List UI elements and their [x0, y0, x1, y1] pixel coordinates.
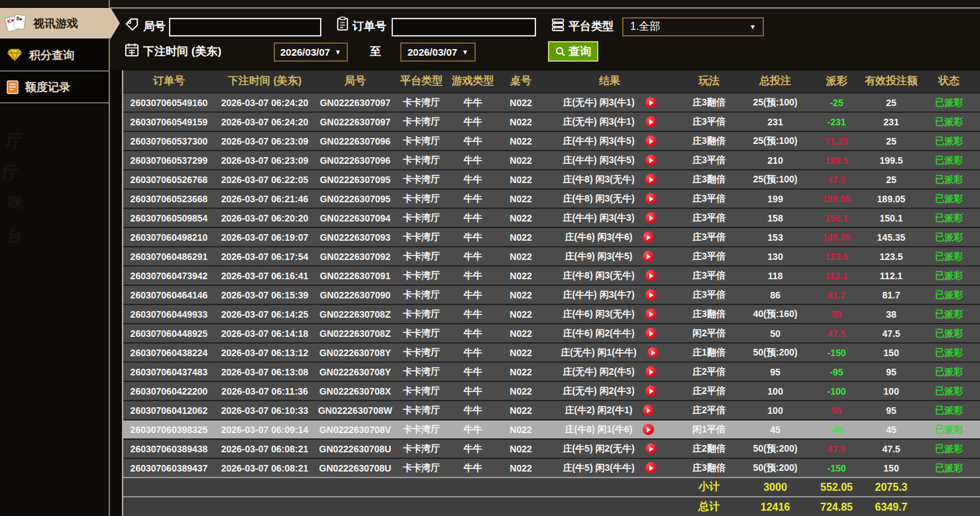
clipboard-icon [335, 17, 350, 31]
record-row[interactable]: 260307060437483 2026-03-07 06:13:08 GN02… [123, 362, 980, 381]
chevron-down-icon: ▼ [462, 48, 468, 56]
cell-payout: -150 [808, 458, 865, 478]
bet-time-label: 下注时间 (美东) [143, 44, 221, 59]
record-row[interactable]: 260307060523668 2026-03-07 06:21:46 GN02… [123, 189, 980, 208]
record-row[interactable]: 260307060486291 2026-03-07 06:17:54 GN02… [123, 247, 980, 266]
cell-order-number: 260307060523668 [123, 189, 215, 208]
record-row[interactable]: 260307060464146 2026-03-07 06:15:39 GN02… [123, 285, 980, 304]
platform-type-label: 平台类型 [569, 19, 614, 34]
col-header-platform: 平台类型 [396, 70, 447, 93]
cell-total-bet: 50(预:200) [742, 458, 808, 478]
sidebar-item-label: 积分查询 [29, 48, 74, 63]
play-video-icon[interactable] [645, 328, 657, 339]
cell-order-number: 260307060422200 [123, 381, 215, 401]
cell-valid-bet: 38 [865, 304, 918, 324]
play-video-icon[interactable] [645, 212, 657, 224]
cell-play-method: 庄3翻倍 [676, 304, 742, 324]
record-row[interactable]: 260307060526768 2026-03-07 06:22:05 GN02… [123, 170, 980, 189]
play-video-icon[interactable] [645, 135, 657, 147]
record-row[interactable]: 260307060389437 2026-03-07 06:08:21 GN02… [123, 458, 980, 478]
cell-payout: -95 [808, 362, 865, 381]
record-row[interactable]: 260307060422200 2026-03-07 06:11:36 GN02… [123, 381, 980, 401]
play-video-icon[interactable] [643, 231, 654, 243]
result-text: 庄(牛8) 闲1(牛6) [565, 424, 633, 436]
col-header-play: 玩法 [676, 70, 742, 93]
cell-payout: -45 [808, 420, 865, 439]
result-text: 庄(牛5) 闲2(无牛) [563, 443, 634, 455]
sidebar-item-points-query[interactable]: 积分查询 [0, 40, 110, 70]
cell-bet-time: 2026-03-07 06:15:39 [215, 285, 315, 304]
play-video-icon[interactable] [645, 443, 657, 454]
record-row[interactable]: 260307060498210 2026-03-07 06:19:07 GN02… [123, 227, 980, 247]
query-button[interactable]: 查询 [548, 41, 598, 62]
play-video-icon[interactable] [645, 385, 657, 397]
cell-valid-bet: 25 [865, 170, 918, 189]
date-to-picker[interactable]: 2026/03/07 ▼ [400, 42, 476, 62]
order-number-input[interactable] [392, 18, 536, 36]
record-row[interactable]: 260307060438224 2026-03-07 06:13:12 GN02… [123, 343, 980, 362]
cell-game-type: 牛牛 [447, 458, 498, 478]
cell-platform: 卡卡湾厅 [396, 439, 447, 458]
sidebar-item-quota-records[interactable]: 额度记录 [0, 72, 110, 102]
cell-total-bet: 25(预:100) [742, 131, 808, 151]
play-video-icon[interactable] [645, 193, 657, 204]
record-row[interactable]: 260307060389438 2026-03-07 06:08:21 GN02… [123, 439, 980, 458]
record-row[interactable]: 260307060537299 2026-03-07 06:23:09 GN02… [123, 151, 980, 170]
record-row[interactable]: 260307060449933 2026-03-07 06:14:25 GN02… [123, 304, 980, 324]
sidebar-item-video-games[interactable]: K♥ 9♠ 视讯游戏 [0, 8, 120, 38]
play-video-icon[interactable] [645, 289, 657, 300]
result-text: 庄(牛6) 闲3(牛6) [565, 231, 633, 243]
cell-result: 庄(无牛) 闲2(牛3) [543, 381, 676, 401]
round-number-label: 局号 [143, 19, 166, 34]
cell-bet-time: 2026-03-07 06:13:12 [215, 343, 315, 362]
cell-status: 已派彩 [918, 131, 980, 151]
play-video-icon[interactable] [645, 97, 657, 108]
cell-order-number: 260307060389438 [123, 439, 215, 458]
play-video-icon[interactable] [645, 155, 657, 166]
play-video-icon[interactable] [645, 116, 657, 127]
play-video-icon[interactable] [645, 308, 657, 320]
cell-play-method: 庄3平倍 [676, 189, 742, 208]
record-row[interactable]: 260307060473942 2026-03-07 06:16:41 GN02… [123, 266, 980, 285]
cell-payout: 123.5 [808, 247, 865, 266]
record-row[interactable]: 260307060398325 2026-03-07 06:09:14 GN02… [123, 420, 980, 439]
cell-game-type: 牛牛 [447, 324, 498, 343]
cell-round-number: GN02226307092 [315, 247, 396, 266]
cell-round-number: GN02226307091 [315, 266, 396, 285]
play-video-icon[interactable] [643, 424, 654, 435]
cell-result: 庄(无牛) 闲3(牛1) [543, 112, 676, 131]
date-from-picker[interactable]: 2026/03/07 ▼ [274, 42, 348, 62]
cell-table-number: N022 [498, 401, 543, 420]
platform-type-select[interactable]: 1.全部 ▼ [622, 17, 764, 36]
cell-valid-bet: 199.5 [865, 151, 918, 170]
record-row[interactable]: 260307060537300 2026-03-07 06:23:09 GN02… [123, 131, 980, 151]
result-text: 庄(牛牛) 闲3(牛7) [563, 289, 634, 301]
cell-table-number: N022 [498, 362, 543, 381]
round-number-input[interactable] [169, 18, 321, 36]
cell-payout: 47.5 [808, 170, 865, 189]
play-video-icon[interactable] [647, 347, 659, 358]
play-video-icon[interactable] [643, 251, 654, 262]
play-video-icon[interactable] [645, 270, 657, 281]
cell-total-bet: 86 [742, 285, 808, 304]
play-video-icon[interactable] [645, 462, 657, 474]
cell-platform: 卡卡湾厅 [396, 343, 447, 362]
cell-order-number: 260307060473942 [123, 266, 215, 285]
result-text: 庄(无牛) 闲2(牛3) [563, 385, 634, 397]
cell-result: 庄(牛牛) 闲3(牛3) [543, 208, 676, 227]
record-row[interactable]: 260307060509854 2026-03-07 06:20:20 GN02… [123, 208, 980, 227]
col-header-result: 结果 [543, 70, 676, 93]
cell-play-method: 闲1平倍 [676, 420, 742, 439]
record-row[interactable]: 260307060448925 2026-03-07 06:14:18 GN02… [123, 324, 980, 343]
play-video-icon[interactable] [645, 366, 657, 377]
play-video-icon[interactable] [643, 405, 654, 416]
platform-list-icon [551, 17, 565, 32]
cell-play-method: 庄2平倍 [676, 401, 742, 420]
cell-valid-bet: 25 [865, 131, 918, 151]
record-row[interactable]: 260307060412062 2026-03-07 06:10:33 GN02… [123, 401, 980, 420]
cell-valid-bet: 123.5 [865, 247, 918, 266]
record-row[interactable]: 260307060549160 2026-03-07 06:24:20 GN02… [123, 93, 980, 112]
record-row[interactable]: 260307060549159 2026-03-07 06:24:20 GN02… [123, 112, 980, 131]
cell-table-number: N022 [498, 189, 543, 208]
play-video-icon[interactable] [645, 174, 657, 185]
